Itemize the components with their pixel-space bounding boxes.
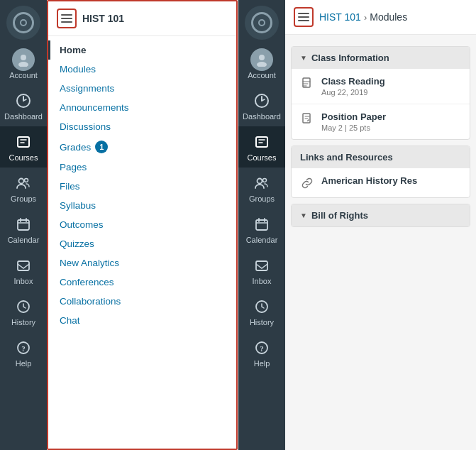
course-nav-panel: HIST 101 Home Modules Assignments Announ… — [47, 0, 238, 450]
right-inbox-icon — [252, 256, 272, 275]
module-section-header-bill-of-rights[interactable]: ▼ Bill of Rights — [292, 204, 470, 226]
svg-point-15 — [258, 179, 262, 184]
right-sidebar: Account Dashboard Courses — [238, 0, 285, 450]
nav-item-assignments[interactable]: Assignments — [48, 79, 236, 98]
sidebar-item-label-calendar: Calendar — [8, 236, 40, 244]
module-item-meta-position-paper: May 2 | 25 pts — [321, 124, 461, 132]
right-hamburger-line-1 — [298, 13, 309, 14]
sidebar-item-label-help: Help — [16, 359, 32, 368]
link-icon — [300, 176, 314, 190]
right-sidebar-item-account[interactable]: Account — [238, 43, 285, 85]
sidebar-item-courses[interactable]: Courses — [0, 126, 47, 168]
right-sidebar-label-dashboard: Dashboard — [243, 112, 281, 121]
module-section-class-information: ▼ Class Information Class Reading Aug 22… — [291, 46, 470, 140]
sidebar-item-label-dashboard: Dashboard — [4, 112, 43, 121]
nav-item-syllabus[interactable]: Syllabus — [48, 196, 236, 215]
hamburger-line-1 — [61, 14, 72, 16]
module-item-meta-class-reading: Aug 22, 2019 — [321, 88, 461, 97]
nav-item-quizzes[interactable]: Quizzes — [48, 234, 236, 253]
right-sidebar-label-courses: Courses — [248, 153, 277, 162]
svg-rect-17 — [256, 220, 267, 230]
sidebar-item-groups[interactable]: Groups — [0, 168, 47, 209]
right-sidebar-label-calendar: Calendar — [246, 236, 278, 244]
sidebar-item-calendar[interactable]: Calendar — [0, 209, 47, 250]
svg-point-1 — [18, 62, 28, 67]
breadcrumb-course-link[interactable]: HIST 101 — [319, 11, 361, 23]
module-item-position-paper[interactable]: Position Paper May 2 | 25 pts — [292, 104, 470, 139]
nav-item-chat[interactable]: Chat — [48, 311, 236, 330]
nav-item-conferences[interactable]: Conferences — [48, 273, 236, 292]
right-sidebar-label-inbox: Inbox — [253, 277, 272, 285]
hamburger-button[interactable] — [57, 9, 77, 28]
svg-rect-6 — [18, 220, 29, 230]
nav-item-home[interactable]: Home — [48, 40, 236, 60]
sidebar-item-account[interactable]: Account — [0, 43, 47, 85]
module-item-class-reading[interactable]: Class Reading Aug 22, 2019 — [292, 69, 470, 104]
calendar-icon — [13, 214, 33, 234]
nav-item-collaborations[interactable]: Collaborations — [48, 292, 236, 311]
module-section-header-class-information[interactable]: ▼ Class Information — [292, 47, 470, 69]
nav-item-grades[interactable]: Grades 1 — [48, 136, 236, 158]
section-title-links-resources: Links and Resources — [300, 152, 393, 163]
logo-dot — [20, 19, 27, 26]
nav-item-files[interactable]: Files — [48, 177, 236, 196]
grades-badge: 1 — [95, 141, 108, 153]
module-item-title-position-paper: Position Paper — [321, 111, 461, 122]
course-nav-list: Home Modules Assignments Announcements D… — [48, 36, 236, 334]
nav-item-announcements[interactable]: Announcements — [48, 98, 236, 117]
right-sidebar-item-history[interactable]: History — [238, 291, 285, 332]
dashboard-icon — [13, 91, 33, 111]
section-arrow-bill-of-rights: ▼ — [300, 212, 307, 219]
app-logo — [6, 6, 40, 40]
svg-point-0 — [21, 55, 26, 60]
nav-item-discussions[interactable]: Discussions — [48, 117, 236, 136]
module-section-bill-of-rights: ▼ Bill of Rights — [291, 204, 470, 227]
right-sidebar-item-calendar[interactable]: Calendar — [238, 209, 285, 250]
courses-icon — [13, 132, 33, 152]
sidebar-item-inbox[interactable]: Inbox — [0, 250, 47, 291]
sidebar-item-label-history: History — [11, 318, 35, 326]
inbox-icon — [13, 256, 33, 275]
sidebar-item-label-courses: Courses — [9, 153, 38, 162]
breadcrumb-separator: › — [364, 12, 367, 23]
right-sidebar-item-dashboard[interactable]: Dashboard — [238, 85, 285, 126]
module-item-american-history[interactable]: American History Res — [292, 168, 470, 197]
right-calendar-icon — [252, 214, 272, 234]
modules-content: HIST 101 › Modules ▼ Class Information — [285, 0, 476, 450]
nav-item-pages[interactable]: Pages — [48, 158, 236, 177]
right-sidebar-label-history: History — [250, 318, 274, 326]
sidebar-item-dashboard[interactable]: Dashboard — [0, 85, 47, 126]
right-avatar — [250, 48, 273, 71]
nav-item-outcomes[interactable]: Outcomes — [48, 215, 236, 234]
right-sidebar-label-groups: Groups — [249, 194, 275, 203]
svg-point-4 — [19, 179, 24, 184]
nav-item-modules[interactable]: Modules — [48, 60, 236, 79]
groups-icon — [13, 173, 33, 193]
left-panel: Account Dashboard Courses — [0, 0, 238, 450]
sidebar-item-history[interactable]: History — [0, 291, 47, 332]
sidebar-item-label-account: Account — [9, 71, 38, 79]
nav-item-new-analytics[interactable]: New Analytics — [48, 253, 236, 273]
right-sidebar-item-groups[interactable]: Groups — [238, 168, 285, 209]
module-section-header-links-resources[interactable]: Links and Resources — [292, 146, 470, 168]
right-hamburger-button[interactable] — [294, 7, 314, 27]
section-title-bill-of-rights: Bill of Rights — [311, 210, 368, 221]
svg-point-5 — [25, 179, 28, 182]
right-sidebar-item-inbox[interactable]: Inbox — [238, 250, 285, 291]
right-hamburger-line-3 — [298, 20, 309, 21]
svg-text:?: ? — [260, 344, 264, 353]
right-sidebar-item-courses[interactable]: Courses — [238, 126, 285, 168]
sidebar-item-label-inbox: Inbox — [14, 277, 33, 285]
module-item-content-position-paper: Position Paper May 2 | 25 pts — [321, 111, 461, 132]
right-sidebar-item-help[interactable]: ? Help — [238, 332, 285, 373]
assignment-icon — [300, 112, 314, 126]
right-groups-icon — [252, 173, 272, 193]
sidebar-item-help[interactable]: ? Help — [0, 332, 47, 373]
section-title-class-information: Class Information — [311, 53, 389, 63]
module-item-title-american-history: American History Res — [321, 175, 461, 186]
module-item-content-class-reading: Class Reading Aug 22, 2019 — [321, 76, 461, 97]
right-history-icon — [252, 297, 272, 317]
right-courses-icon — [252, 132, 272, 152]
right-help-icon: ? — [252, 338, 272, 358]
svg-point-12 — [257, 62, 267, 67]
